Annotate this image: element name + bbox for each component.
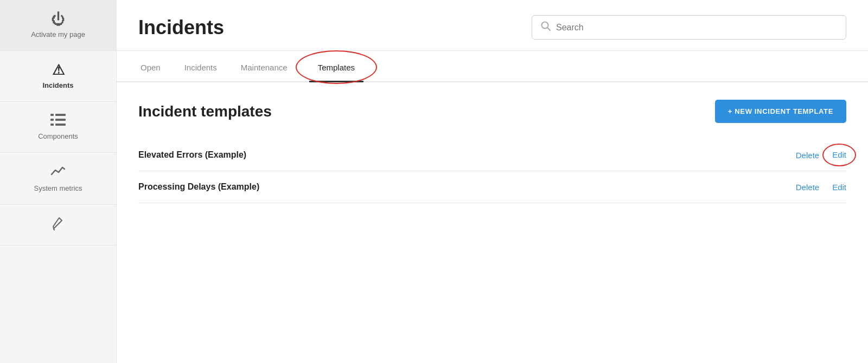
sidebar-item-incidents[interactable]: ⚠ Incidents — [0, 51, 116, 102]
svg-rect-5 — [55, 124, 66, 126]
table-row: Processing Delays (Example) Delete Edit — [138, 171, 846, 203]
sidebar-item-label: System metrics — [34, 184, 82, 192]
metrics-icon — [50, 165, 66, 180]
edit-template-button[interactable]: Edit — [832, 150, 846, 159]
template-actions: Delete Edit — [796, 150, 846, 160]
content-section: Incident templates + NEW INCIDENT TEMPLA… — [117, 82, 868, 221]
search-input[interactable] — [556, 23, 837, 33]
delete-template-button[interactable]: Delete — [796, 151, 819, 160]
svg-rect-0 — [50, 114, 54, 116]
svg-line-7 — [547, 28, 550, 30]
tab-templates[interactable]: Templates — [309, 53, 363, 82]
sidebar-item-label: Components — [38, 132, 78, 140]
svg-rect-1 — [55, 114, 66, 116]
sidebar-item-system-metrics[interactable]: System metrics — [0, 153, 116, 205]
brush-icon — [52, 217, 64, 233]
new-incident-template-button[interactable]: + NEW INCIDENT TEMPLATE — [715, 100, 846, 123]
content-title: Incident templates — [138, 103, 272, 120]
edit-template-button[interactable]: Edit — [832, 183, 846, 192]
svg-rect-2 — [50, 119, 54, 121]
delete-template-button[interactable]: Delete — [796, 183, 819, 192]
edit-circle-wrap: Edit — [832, 150, 846, 160]
page-header: Incidents — [117, 0, 868, 51]
template-name: Elevated Errors (Example) — [138, 150, 246, 160]
sidebar-item-label: Incidents — [42, 81, 73, 89]
content-header: Incident templates + NEW INCIDENT TEMPLA… — [138, 100, 846, 123]
main-content: Incidents Open Incidents Maintenance Tem… — [117, 0, 868, 363]
sidebar-item-components[interactable]: Components — [0, 102, 116, 153]
list-icon — [50, 114, 66, 128]
search-bar[interactable] — [532, 15, 846, 40]
tab-incidents[interactable]: Incidents — [182, 53, 219, 82]
warning-icon: ⚠ — [52, 63, 65, 77]
tab-maintenance[interactable]: Maintenance — [239, 53, 290, 82]
search-icon — [541, 21, 551, 34]
tab-open[interactable]: Open — [138, 53, 163, 82]
svg-rect-4 — [50, 124, 54, 126]
page-title: Incidents — [138, 16, 224, 39]
template-actions: Delete Edit — [796, 183, 846, 192]
template-list: Elevated Errors (Example) Delete Edit Pr… — [138, 139, 846, 203]
svg-rect-3 — [55, 119, 66, 121]
table-row: Elevated Errors (Example) Delete Edit — [138, 139, 846, 171]
sidebar-item-activate[interactable]: ⏻ Activate my page — [0, 0, 116, 51]
template-name: Processing Delays (Example) — [138, 182, 259, 192]
sidebar-item-label: Activate my page — [31, 30, 85, 38]
sidebar-item-design[interactable] — [0, 205, 116, 245]
power-icon: ⏻ — [51, 12, 65, 26]
sidebar: ⏻ Activate my page ⚠ Incidents Component… — [0, 0, 117, 363]
tabs-nav: Open Incidents Maintenance Templates — [117, 53, 868, 82]
